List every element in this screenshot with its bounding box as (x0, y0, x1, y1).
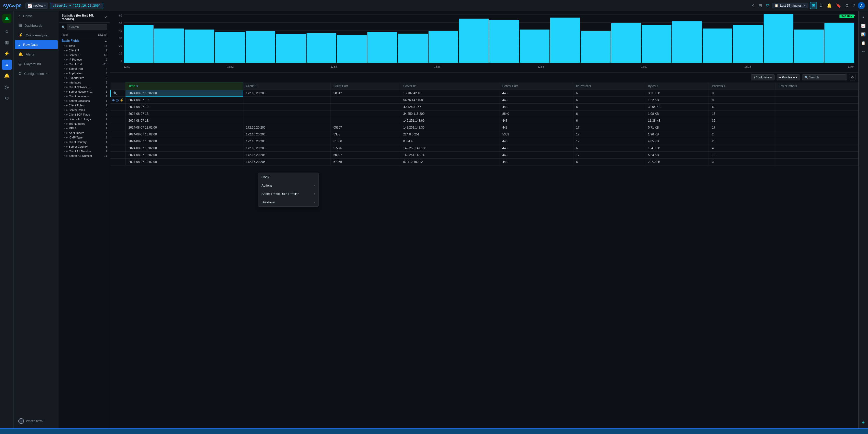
chart-bar[interactable] (764, 14, 794, 63)
stats-row[interactable]: › ◈ IP Protocol 2 (59, 57, 110, 62)
cell-ip-proto[interactable]: 17 (573, 124, 645, 131)
cell-server-ip[interactable]: 224.0.0.251 (400, 131, 499, 138)
stats-row[interactable]: › ◈ Server Locations 1 (59, 98, 110, 103)
cell-client-port[interactable]: 57276 (330, 145, 400, 152)
cell-tos[interactable] (776, 103, 858, 111)
chart-bar[interactable] (581, 31, 611, 63)
table-row[interactable]: 2024-08-07 13: 142.251.143.69 443 6 11.3… (111, 117, 858, 124)
cell-client-ip[interactable] (243, 103, 330, 111)
table-row[interactable]: 2024-08-07 13: 34.250.115.209 8840 6 1.0… (111, 111, 858, 117)
cell-bytes[interactable]: 38.65 KB (645, 103, 709, 111)
cell-packets[interactable]: 8 (709, 90, 776, 97)
chart-bar[interactable] (246, 31, 276, 63)
cell-time[interactable]: 2024-08-07 13:02:00 (125, 131, 243, 138)
cell-bytes[interactable]: 1.96 KB (645, 131, 709, 138)
nav-item-configuration[interactable]: ⚙ Configuration ▾ (15, 69, 58, 78)
cell-tos[interactable] (776, 124, 858, 131)
chart-bar[interactable] (459, 19, 489, 63)
stats-row[interactable]: › ◈ Client TCP Flags 1 (59, 112, 110, 117)
cell-tos[interactable] (776, 152, 858, 159)
chart-bar[interactable] (398, 34, 428, 63)
stats-row[interactable]: › ◈ As Numbers 1 (59, 131, 110, 135)
stats-row[interactable]: › ◈ Server Network F... 1 (59, 89, 110, 94)
cell-tos[interactable] (776, 117, 858, 124)
cell-server-ip[interactable]: 34.250.115.209 (400, 111, 499, 117)
cell-server-port[interactable]: 443 (499, 159, 573, 165)
table-row[interactable]: 2024-08-07 13:02:00 172.16.20.206 61560 … (111, 138, 858, 145)
cell-server-ip[interactable]: 52.112.100.12 (400, 159, 499, 165)
chart-bar[interactable] (124, 25, 154, 63)
cell-server-port[interactable]: 8840 (499, 111, 573, 117)
stats-row[interactable]: › ◈ Client Roles 1 (59, 103, 110, 108)
cell-client-ip[interactable] (243, 117, 330, 124)
th-client-port[interactable]: Client Port (330, 83, 400, 90)
cell-ip-proto[interactable]: 6 (573, 90, 645, 97)
cell-ip-proto[interactable]: 6 (573, 159, 645, 165)
context-menu-asset-traffic[interactable]: Asset Traffic Rule Profiles › (258, 190, 318, 198)
cell-server-port[interactable]: 443 (499, 152, 573, 159)
filter-badge[interactable]: clientIp = "172.16.20.206" (50, 3, 103, 8)
cell-server-ip[interactable]: 142.251.143.35 (400, 124, 499, 131)
cell-server-ip[interactable]: 13.107.42.16 (400, 90, 499, 97)
chart-bar[interactable] (611, 23, 641, 63)
cell-tos[interactable] (776, 145, 858, 152)
sidebar-rawdata-icon[interactable]: ≡ (2, 60, 12, 70)
sidebar-analysis-icon[interactable]: ⚡ (2, 49, 12, 59)
chart-bar[interactable] (185, 30, 214, 63)
context-menu-actions[interactable]: Actions › (258, 181, 318, 190)
cell-client-port[interactable] (330, 97, 400, 103)
cell-ip-proto[interactable]: 17 (573, 138, 645, 145)
cell-tos[interactable] (776, 111, 858, 117)
cell-time[interactable]: 2024-08-07 13: (125, 97, 243, 103)
cell-packets[interactable]: 32 (709, 117, 776, 124)
chart-bar[interactable] (215, 32, 245, 63)
cell-packets[interactable]: 17 (709, 124, 776, 131)
cell-packets[interactable]: 3 (709, 159, 776, 165)
chart-bar[interactable] (489, 20, 519, 63)
cell-bytes[interactable]: 227.00 B (645, 159, 709, 165)
data-table-wrapper[interactable]: Time ⇅ Client IP Client Port Server IP S… (110, 82, 858, 428)
cell-ip-proto[interactable]: 6 (573, 111, 645, 117)
stats-row[interactable]: › ◈ Server AS Number 11 (59, 154, 110, 158)
th-ip-protocol[interactable]: IP Protocol (573, 83, 645, 90)
bar-chart-button[interactable]: 📊 (860, 31, 867, 38)
th-bytes[interactable]: Bytes Σ (645, 83, 709, 90)
help-icon[interactable]: ? (851, 2, 856, 9)
chart-bar[interactable] (337, 35, 367, 63)
cell-packets[interactable]: 25 (709, 138, 776, 145)
cell-client-ip[interactable]: 172.16.20.206 (243, 145, 330, 152)
cell-ip-proto[interactable]: 6 (573, 103, 645, 111)
cell-client-port[interactable] (330, 111, 400, 117)
stats-row[interactable]: › ◈ Client AS Number 1 (59, 149, 110, 154)
table-row[interactable]: 2024-08-07 13:02:00 172.16.20.206 05367 … (111, 124, 858, 131)
cell-bytes[interactable]: 1.08 KB (645, 111, 709, 117)
context-menu-drilldown[interactable]: Drilldown › (258, 198, 318, 207)
cell-tos[interactable] (776, 138, 858, 145)
cell-ip-proto[interactable]: 6 (573, 117, 645, 124)
cell-bytes[interactable]: 184.00 B (645, 145, 709, 152)
cell-server-port[interactable]: 443 (499, 90, 573, 97)
stats-row[interactable]: › ◈ Server Roles 2 (59, 108, 110, 112)
th-tos[interactable]: Tos Numbers (776, 83, 858, 90)
cell-server-ip[interactable]: 142.250.147.188 (400, 145, 499, 152)
apps-icon[interactable]: ⠿ (818, 2, 824, 9)
cell-server-port[interactable]: 443 (499, 103, 573, 111)
th-server-ip[interactable]: Server IP (400, 83, 499, 90)
th-time[interactable]: Time ⇅ (125, 83, 243, 90)
table-row[interactable]: 2024-08-07 13:02:00 172.16.20.206 57255 … (111, 159, 858, 165)
cell-time[interactable]: 2024-08-07 13:02:00 (125, 138, 243, 145)
cell-ip-proto[interactable]: 17 (573, 152, 645, 159)
cell-tos[interactable] (776, 131, 858, 138)
sidebar-dashboards-icon[interactable]: ▦ (2, 37, 12, 48)
stats-row[interactable]: › ◈ Client IP 1 (59, 48, 110, 53)
cell-packets[interactable]: 15 (709, 111, 776, 117)
filter-active-button[interactable]: ▽ (765, 2, 770, 9)
cell-packets[interactable]: 18 (709, 152, 776, 159)
cell-client-ip[interactable]: 172.16.20.206 (243, 131, 330, 138)
nav-item-raw-data[interactable]: ≡ Raw Data (15, 40, 58, 49)
cell-time[interactable]: 2024-08-07 13:02:00 (125, 90, 243, 97)
table-view-button[interactable]: 📋 (860, 39, 867, 47)
table-settings-button[interactable]: ⚙ (849, 74, 856, 81)
cell-server-port[interactable]: 443 (499, 145, 573, 152)
search-active-icon[interactable]: ⊞ (810, 2, 817, 9)
